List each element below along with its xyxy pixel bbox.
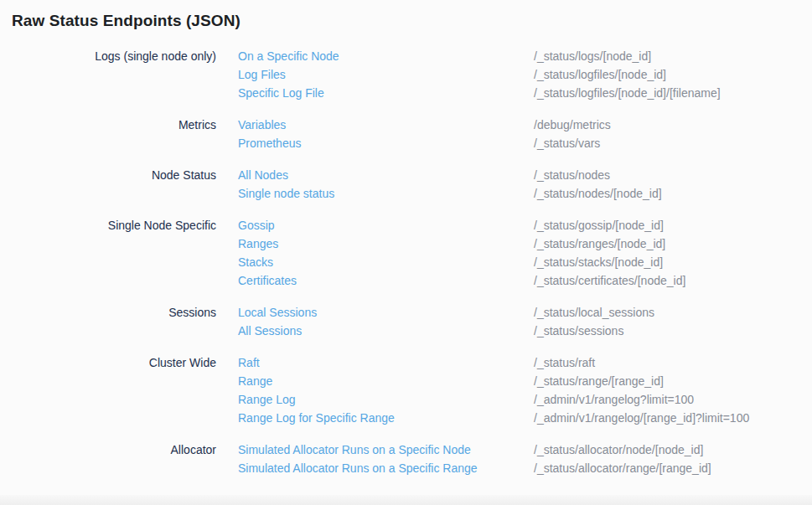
- endpoint-path: /_status/logfiles/[node_id]/[filename]: [534, 84, 721, 102]
- endpoint-group: Single Node SpecificGossip/_status/gossi…: [0, 216, 812, 290]
- endpoint-row: Log Files/_status/logfiles/[node_id]: [238, 65, 721, 84]
- category-label: Metrics: [0, 116, 216, 134]
- endpoint-rows: Variables/debug/metricsPrometheus/_statu…: [238, 116, 611, 152]
- endpoint-path: /_status/nodes/[node_id]: [534, 184, 662, 203]
- endpoint-row: Ranges/_status/ranges/[node_id]: [238, 234, 685, 253]
- endpoint-row: Local Sessions/_status/local_sessions: [238, 303, 654, 322]
- endpoint-path: /_status/ranges/[node_id]: [534, 234, 665, 253]
- category-label: Node Status: [0, 166, 216, 184]
- endpoint-row: Prometheus/_status/vars: [238, 134, 611, 152]
- endpoint-link[interactable]: Variables: [238, 116, 534, 134]
- endpoint-path: /_status/logfiles/[node_id]: [534, 65, 666, 84]
- endpoint-path: /_status/allocator/node/[node_id]: [534, 441, 703, 459]
- endpoint-rows: Gossip/_status/gossip/[node_id]Ranges/_s…: [238, 216, 685, 290]
- endpoint-path: /_status/range/[range_id]: [534, 372, 664, 390]
- endpoint-row: Stacks/_status/stacks/[node_id]: [238, 253, 685, 271]
- endpoint-path: /_status/vars: [534, 134, 600, 152]
- endpoint-path: /_status/sessions: [534, 322, 623, 340]
- endpoint-path: /_status/raft: [534, 353, 595, 372]
- endpoint-path: /_status/certificates/[node_id]: [534, 271, 685, 290]
- endpoint-link[interactable]: All Sessions: [238, 322, 534, 340]
- endpoint-row: Simulated Allocator Runs on a Specific N…: [238, 441, 711, 459]
- endpoint-path: /debug/metrics: [534, 116, 611, 134]
- endpoint-group: Node StatusAll Nodes/_status/nodesSingle…: [0, 166, 812, 203]
- endpoint-path: /_status/logs/[node_id]: [534, 47, 651, 65]
- endpoint-rows: Simulated Allocator Runs on a Specific N…: [238, 441, 711, 477]
- endpoint-row: On a Specific Node/_status/logs/[node_id…: [238, 47, 721, 65]
- endpoint-row: Certificates/_status/certificates/[node_…: [238, 271, 685, 290]
- endpoint-rows: On a Specific Node/_status/logs/[node_id…: [238, 47, 721, 102]
- endpoint-link[interactable]: Ranges: [238, 234, 534, 253]
- endpoint-link[interactable]: Certificates: [238, 271, 534, 290]
- category-label: Allocator: [0, 441, 216, 459]
- category-label: Sessions: [0, 303, 216, 322]
- endpoint-group: MetricsVariables/debug/metricsPrometheus…: [0, 116, 812, 152]
- endpoint-link[interactable]: All Nodes: [238, 166, 534, 184]
- endpoint-link[interactable]: Range Log for Specific Range: [238, 409, 534, 427]
- endpoint-link[interactable]: Gossip: [238, 216, 534, 234]
- category-label: Cluster Wide: [0, 353, 216, 372]
- endpoint-link[interactable]: Range Log: [238, 390, 534, 409]
- endpoint-row: All Sessions/_status/sessions: [238, 322, 654, 340]
- endpoint-link[interactable]: Range: [238, 372, 534, 390]
- endpoint-link[interactable]: Single node status: [238, 184, 534, 203]
- endpoint-path: /_status/local_sessions: [534, 303, 654, 322]
- endpoint-rows: Local Sessions/_status/local_sessionsAll…: [238, 303, 654, 340]
- endpoint-row: Variables/debug/metrics: [238, 116, 611, 134]
- endpoint-row: Specific Log File/_status/logfiles/[node…: [238, 84, 721, 102]
- page-title: Raw Status Endpoints (JSON): [12, 12, 812, 30]
- endpoint-groups: Logs (single node only)On a Specific Nod…: [0, 47, 812, 477]
- endpoint-row: Raft/_status/raft: [238, 353, 749, 372]
- endpoint-link[interactable]: Local Sessions: [238, 303, 534, 322]
- endpoint-link[interactable]: Prometheus: [238, 134, 534, 152]
- category-label: Logs (single node only): [0, 47, 216, 65]
- endpoint-link[interactable]: Raft: [238, 353, 534, 372]
- endpoint-link[interactable]: Simulated Allocator Runs on a Specific R…: [238, 459, 534, 477]
- endpoint-link[interactable]: Simulated Allocator Runs on a Specific N…: [238, 441, 534, 459]
- category-label: Single Node Specific: [0, 216, 216, 234]
- endpoint-path: /_status/stacks/[node_id]: [534, 253, 663, 271]
- endpoint-rows: All Nodes/_status/nodesSingle node statu…: [238, 166, 662, 203]
- endpoint-row: All Nodes/_status/nodes: [238, 166, 662, 184]
- page-bottom-edge: [0, 495, 812, 505]
- endpoint-group: Logs (single node only)On a Specific Nod…: [0, 47, 812, 102]
- endpoint-path: /_admin/v1/rangelog?limit=100: [534, 390, 694, 409]
- endpoint-link[interactable]: Specific Log File: [238, 84, 534, 102]
- endpoint-link[interactable]: Log Files: [238, 65, 534, 84]
- endpoint-group: AllocatorSimulated Allocator Runs on a S…: [0, 441, 812, 477]
- endpoint-path: /_admin/v1/rangelog/[range_id]?limit=100: [534, 409, 749, 427]
- endpoint-link[interactable]: On a Specific Node: [238, 47, 534, 65]
- endpoint-path: /_status/gossip/[node_id]: [534, 216, 664, 234]
- endpoint-path: /_status/nodes: [534, 166, 610, 184]
- endpoint-row: Range/_status/range/[range_id]: [238, 372, 749, 390]
- raw-status-endpoints-page: Raw Status Endpoints (JSON) Logs (single…: [0, 12, 812, 477]
- endpoint-row: Range Log/_admin/v1/rangelog?limit=100: [238, 390, 749, 409]
- endpoint-rows: Raft/_status/raftRange/_status/range/[ra…: [238, 353, 749, 427]
- endpoint-row: Range Log for Specific Range/_admin/v1/r…: [238, 409, 749, 427]
- endpoint-group: Cluster WideRaft/_status/raftRange/_stat…: [0, 353, 812, 427]
- endpoint-link[interactable]: Stacks: [238, 253, 534, 271]
- endpoint-row: Simulated Allocator Runs on a Specific R…: [238, 459, 711, 477]
- endpoint-row: Single node status/_status/nodes/[node_i…: [238, 184, 662, 203]
- endpoint-row: Gossip/_status/gossip/[node_id]: [238, 216, 685, 234]
- endpoint-group: SessionsLocal Sessions/_status/local_ses…: [0, 303, 812, 340]
- endpoint-path: /_status/allocator/range/[range_id]: [534, 459, 711, 477]
